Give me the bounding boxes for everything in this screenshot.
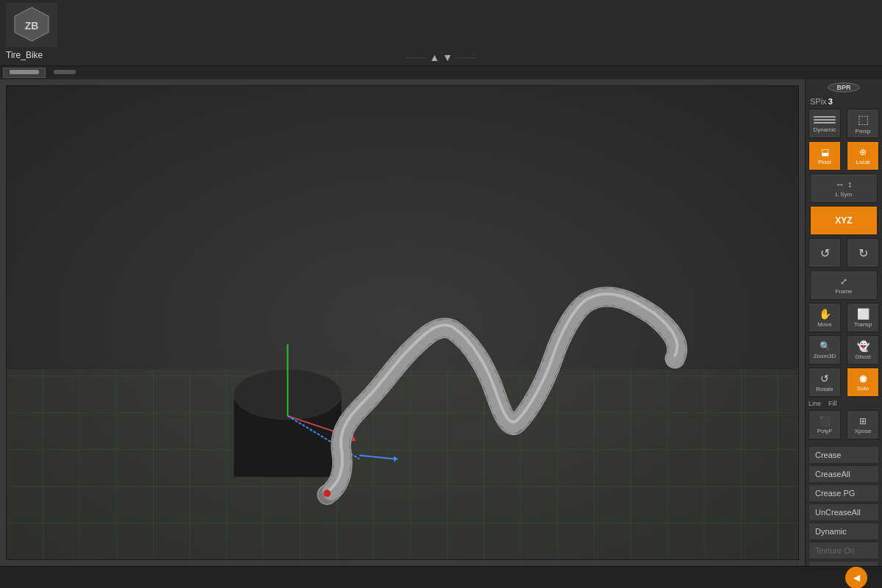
ghost-icon: 👻 bbox=[857, 340, 870, 352]
ghost-label: Ghost bbox=[855, 354, 870, 360]
fill-label: Fill bbox=[828, 400, 837, 407]
rotate-cw-icon: ↻ bbox=[858, 246, 868, 260]
frame-row: ⤢ Frame bbox=[806, 269, 882, 301]
floor-local-row: ⬓ Floor ⊕ Local bbox=[806, 140, 882, 172]
zoom3d-icon: 🔍 bbox=[820, 341, 831, 351]
spix-row: SPix 3 bbox=[806, 96, 882, 107]
tab-row bbox=[0, 66, 882, 79]
tab-2[interactable] bbox=[47, 68, 82, 78]
rotate-icons-row: ↺ ↻ bbox=[806, 237, 882, 269]
right-panel: BPR SPix 3 Dynamic ⬚ Persp bbox=[805, 79, 882, 566]
viewport[interactable] bbox=[6, 85, 799, 560]
lsym-button[interactable]: ↔↕ L Sym bbox=[810, 173, 878, 203]
persp-button[interactable]: ⬚ Persp bbox=[847, 109, 879, 138]
polyf-button[interactable]: ⬛ PolyF bbox=[808, 410, 841, 440]
transp-label: Transp bbox=[854, 321, 872, 328]
lsym-icon: ↔↕ bbox=[836, 179, 852, 190]
transp-button[interactable]: ⬜ Transp bbox=[847, 303, 879, 332]
dynamic-button[interactable]: Dynamic bbox=[808, 109, 841, 138]
polyf-icon: ⬛ bbox=[820, 416, 831, 426]
nav-up-arrow[interactable]: ▲ bbox=[429, 51, 440, 63]
transp-icon: ⬜ bbox=[857, 308, 870, 320]
floor-button[interactable]: ⬓ Floor bbox=[808, 141, 841, 171]
zoom3d-label: Zoom3D bbox=[814, 353, 836, 359]
xyz-label: XYZ bbox=[835, 215, 852, 226]
lsym-row: ↔↕ L Sym bbox=[806, 172, 882, 204]
circle-btn-icon: ◀ bbox=[853, 573, 860, 583]
frame-icon: ⤢ bbox=[840, 276, 847, 287]
move-label: Move bbox=[817, 321, 832, 328]
spix-value: 3 bbox=[828, 97, 833, 106]
polyf-xpose-row: ⬛ PolyF ⊞ Xpose bbox=[806, 409, 882, 441]
move-button[interactable]: ✋ Move bbox=[808, 303, 841, 332]
local-label: Local bbox=[856, 159, 870, 165]
persp-label: Persp bbox=[856, 128, 871, 135]
move-icon: ✋ bbox=[819, 308, 831, 320]
rotate-ccw-icon: ↺ bbox=[820, 246, 830, 260]
persp-icon: ⬚ bbox=[858, 112, 869, 126]
tool-name: Tire_Bike bbox=[6, 50, 43, 60]
move-transp-row: ✋ Move ⬜ Transp bbox=[806, 301, 882, 334]
bpr-label: BPR bbox=[836, 84, 850, 91]
floor-label: Floor bbox=[818, 159, 831, 165]
rotate-solo-row: ↺ Rotate ◉ Solo bbox=[806, 366, 882, 398]
xpose-icon: ⊞ bbox=[859, 416, 867, 426]
morph-uv-button[interactable]: Morph UV bbox=[808, 561, 879, 566]
right-dots: ·········· bbox=[456, 54, 476, 62]
svg-point-9 bbox=[323, 490, 331, 497]
frame-button[interactable]: ⤢ Frame bbox=[810, 270, 878, 300]
dynamic-icon bbox=[812, 115, 837, 125]
svg-marker-11 bbox=[394, 456, 398, 462]
dynamic-mode-button[interactable]: Dynamic bbox=[808, 523, 879, 540]
dynamic-persp-row: Dynamic ⬚ Persp bbox=[806, 107, 882, 140]
main-layout: BPR SPix 3 Dynamic ⬚ Persp bbox=[0, 79, 882, 566]
zoom-ghost-row: 🔍 Zoom3D 👻 Ghost bbox=[806, 334, 882, 366]
rotate-button[interactable]: ↺ Rotate bbox=[808, 368, 841, 397]
frame-label: Frame bbox=[835, 288, 852, 295]
top-bar: ZB Tire_Bike ·········· ▲ ▼ ·········· bbox=[0, 0, 882, 66]
top-center-controls: ·········· ▲ ▼ ·········· bbox=[406, 51, 476, 63]
dynamic-label: Dynamic bbox=[813, 126, 836, 133]
line-label: Line bbox=[808, 400, 821, 407]
ghost-button[interactable]: 👻 Ghost bbox=[847, 335, 879, 365]
local-button[interactable]: ⊕ Local bbox=[847, 141, 879, 171]
texture-on-button[interactable]: Texture On bbox=[808, 542, 879, 559]
xpose-label: Xpose bbox=[855, 428, 872, 434]
zoom3d-button[interactable]: 🔍 Zoom3D bbox=[808, 335, 841, 365]
rotate-cw-button[interactable]: ↻ bbox=[847, 238, 879, 268]
solo-button[interactable]: ◉ Solo bbox=[847, 368, 879, 397]
logo-icon: ZB bbox=[13, 6, 50, 44]
crease-pg-button[interactable]: Crease PG bbox=[808, 484, 879, 502]
svg-text:ZB: ZB bbox=[25, 20, 39, 32]
crease-all-button[interactable]: CreaseAll bbox=[808, 465, 879, 483]
polyf-label: PolyF bbox=[817, 428, 832, 434]
tab-1[interactable] bbox=[3, 68, 46, 78]
bpr-button[interactable]: BPR bbox=[828, 82, 860, 93]
lsym-label: L Sym bbox=[836, 191, 852, 198]
rotate-label: Rotate bbox=[816, 386, 833, 392]
viewport-background bbox=[7, 86, 798, 559]
3d-object-canvas bbox=[7, 86, 798, 559]
rotate-icon: ↺ bbox=[820, 373, 829, 384]
line-fill-row: Line Fill bbox=[806, 398, 882, 409]
floor-icon: ⬓ bbox=[821, 147, 829, 157]
xpose-button[interactable]: ⊞ Xpose bbox=[847, 410, 879, 440]
crease-button[interactable]: Crease bbox=[808, 446, 879, 464]
spix-label: SPix bbox=[810, 97, 827, 106]
local-icon: ⊕ bbox=[859, 147, 867, 157]
solo-icon: ◉ bbox=[859, 373, 867, 384]
nav-down-arrow[interactable]: ▼ bbox=[442, 51, 453, 63]
rotate-ccw-button[interactable]: ↺ bbox=[808, 238, 841, 268]
left-dots: ·········· bbox=[406, 54, 426, 62]
svg-line-10 bbox=[359, 456, 395, 459]
xyz-row: XYZ bbox=[806, 204, 882, 237]
bottom-circle-button[interactable]: ◀ bbox=[845, 567, 867, 589]
logo-area: ZB bbox=[6, 3, 57, 47]
bottom-bar: ◀ bbox=[0, 566, 882, 588]
xyz-button[interactable]: XYZ bbox=[810, 206, 878, 235]
solo-label: Solo bbox=[857, 385, 869, 392]
uncrease-all-button[interactable]: UnCreaseAll bbox=[808, 503, 879, 521]
